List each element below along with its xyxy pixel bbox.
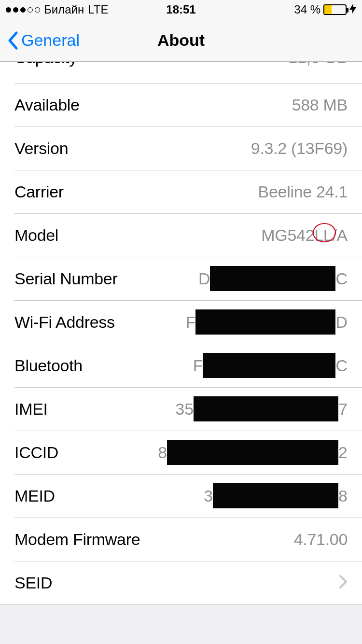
back-label: General [21, 31, 80, 50]
row-value: 588 MB [292, 96, 348, 114]
row-label: IMEI [14, 400, 48, 419]
row-wifi-address[interactable]: Wi-Fi Address F D [0, 300, 362, 344]
redaction-block-icon [194, 396, 338, 421]
redaction-block-icon [210, 266, 335, 291]
status-bar: Билайн LTE 18:51 34 % [0, 0, 362, 19]
battery-percentage: 34 % [294, 3, 320, 16]
status-right: 34 % [196, 3, 356, 16]
row-value-redacted: F C [193, 353, 348, 378]
redact-prefix: 8 [158, 443, 167, 462]
row-carrier[interactable]: Carrier Beeline 24.1 [0, 170, 362, 213]
row-label: Serial Number [14, 269, 117, 288]
redact-prefix: F [186, 313, 196, 332]
charging-icon [349, 3, 356, 16]
row-iccid[interactable]: ICCID 8 2 [0, 431, 362, 474]
row-value: MG542LL/A [261, 226, 348, 245]
about-list[interactable]: Capacity 11,0 GB Available 588 MB Versio… [0, 61, 362, 605]
row-value-redacted: F D [186, 309, 348, 335]
redact-suffix: C [335, 356, 348, 375]
nav-bar: General About [0, 19, 362, 62]
redact-suffix: D [335, 313, 348, 332]
redact-prefix: F [193, 356, 203, 375]
redaction-block-icon [203, 353, 335, 378]
redact-suffix: 7 [338, 400, 348, 419]
row-value: 4.71.00 [294, 530, 348, 549]
signal-strength-icon [6, 7, 40, 13]
row-label: Capacity [14, 62, 77, 67]
row-label: Version [14, 139, 68, 158]
status-connection: LTE [88, 3, 108, 16]
row-label: Model [14, 226, 58, 245]
redact-suffix: 2 [338, 443, 348, 462]
row-value: 9.3.2 (13F69) [251, 139, 348, 158]
row-serial-number[interactable]: Serial Number D C [0, 257, 362, 300]
status-carrier: Билайн [44, 3, 84, 16]
redaction-block-icon [167, 440, 338, 465]
row-label: Carrier [14, 182, 64, 201]
back-button[interactable]: General [0, 31, 80, 50]
row-model[interactable]: Model MG542LL/A [0, 213, 362, 257]
row-value-redacted: D C [198, 266, 348, 291]
redact-suffix: C [335, 269, 348, 288]
footer-gap [0, 605, 362, 624]
row-capacity[interactable]: Capacity 11,0 GB [0, 62, 362, 83]
row-label: Modem Firmware [14, 530, 140, 549]
row-available[interactable]: Available 588 MB [0, 83, 362, 126]
row-label: Bluetooth [14, 356, 83, 375]
row-label: MEID [14, 487, 55, 505]
chevron-right-icon [339, 573, 348, 593]
status-time: 18:51 [166, 3, 195, 16]
row-label: Available [14, 96, 80, 114]
redact-prefix: D [198, 269, 210, 288]
row-bluetooth[interactable]: Bluetooth F C [0, 344, 362, 387]
row-modem-firmware[interactable]: Modem Firmware 4.71.00 [0, 518, 362, 561]
status-left: Билайн LTE [6, 3, 166, 16]
row-label: ICCID [14, 443, 58, 462]
row-value-redacted: 8 2 [158, 440, 348, 465]
row-value: Beeline 24.1 [258, 182, 348, 201]
row-version[interactable]: Version 9.3.2 (13F69) [0, 126, 362, 170]
redact-suffix: 8 [338, 487, 348, 505]
redaction-block-icon [195, 309, 335, 335]
redact-prefix: 35 [175, 400, 194, 419]
row-value: 11,0 GB [288, 62, 348, 67]
chevron-left-icon [7, 31, 18, 50]
row-imei[interactable]: IMEI 35 7 [0, 387, 362, 431]
row-label: SEID [14, 574, 52, 592]
row-value-redacted: 3 8 [204, 483, 348, 508]
row-label: Wi-Fi Address [14, 313, 115, 332]
row-meid[interactable]: MEID 3 8 [0, 474, 362, 518]
redact-prefix: 3 [204, 487, 213, 505]
row-value-redacted: 35 7 [175, 396, 348, 421]
row-seid[interactable]: SEID [0, 561, 362, 604]
redaction-block-icon [213, 483, 338, 508]
battery-icon [323, 4, 347, 15]
